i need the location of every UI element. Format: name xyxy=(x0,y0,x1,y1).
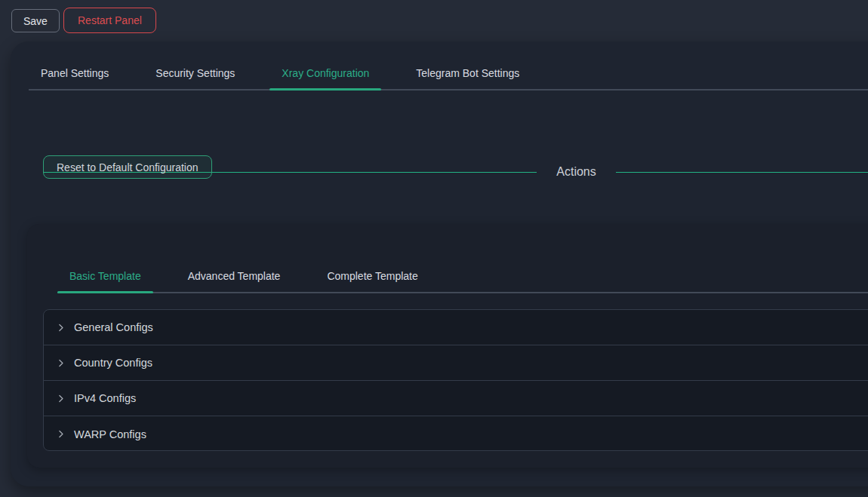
tab-complete-template[interactable]: Complete Template xyxy=(315,260,429,292)
collapse-header-label: General Configs xyxy=(74,321,153,333)
chevron-right-icon xyxy=(56,429,66,439)
settings-card: Panel Settings Security Settings Xray Co… xyxy=(11,41,868,486)
collapse-header-label: Country Configs xyxy=(74,357,152,369)
chevron-right-icon xyxy=(56,323,66,333)
chevron-right-icon xyxy=(56,394,66,403)
collapse-country-configs[interactable]: Country Configs xyxy=(44,345,868,381)
top-toolbar: Save Restart Panel xyxy=(0,0,868,39)
restart-panel-button[interactable]: Restart Panel xyxy=(63,8,156,33)
reset-default-configuration-button[interactable]: Reset to Default Configuration xyxy=(43,155,212,179)
settings-tab-bar: Panel Settings Security Settings Xray Co… xyxy=(29,57,868,91)
divider-line xyxy=(616,172,868,173)
tab-panel-settings[interactable]: Panel Settings xyxy=(29,57,121,89)
actions-divider-label: Actions xyxy=(537,165,615,179)
collapse-header-label: IPv4 Configs xyxy=(74,392,136,404)
save-button[interactable]: Save xyxy=(11,9,60,32)
tab-telegram-bot-settings[interactable]: Telegram Bot Settings xyxy=(404,57,531,89)
template-tab-bar: Basic Template Advanced Template Complet… xyxy=(57,260,868,293)
tab-xray-configuration[interactable]: Xray Configuration xyxy=(269,57,381,89)
collapse-general-configs[interactable]: General Configs xyxy=(44,310,868,345)
tab-security-settings[interactable]: Security Settings xyxy=(143,57,247,89)
app-window: Save Restart Panel Panel Settings Securi… xyxy=(0,0,868,497)
tab-advanced-template[interactable]: Advanced Template xyxy=(176,260,293,292)
templates-card: Basic Template Advanced Template Complet… xyxy=(27,224,868,468)
template-collapse-group: General Configs Country Configs IPv4 Con… xyxy=(43,309,868,451)
tab-basic-template[interactable]: Basic Template xyxy=(57,260,153,292)
collapse-warp-configs[interactable]: WARP Configs xyxy=(44,416,868,451)
chevron-right-icon xyxy=(56,358,66,368)
collapse-ipv4-configs[interactable]: IPv4 Configs xyxy=(44,381,868,416)
collapse-header-label: WARP Configs xyxy=(74,428,146,440)
